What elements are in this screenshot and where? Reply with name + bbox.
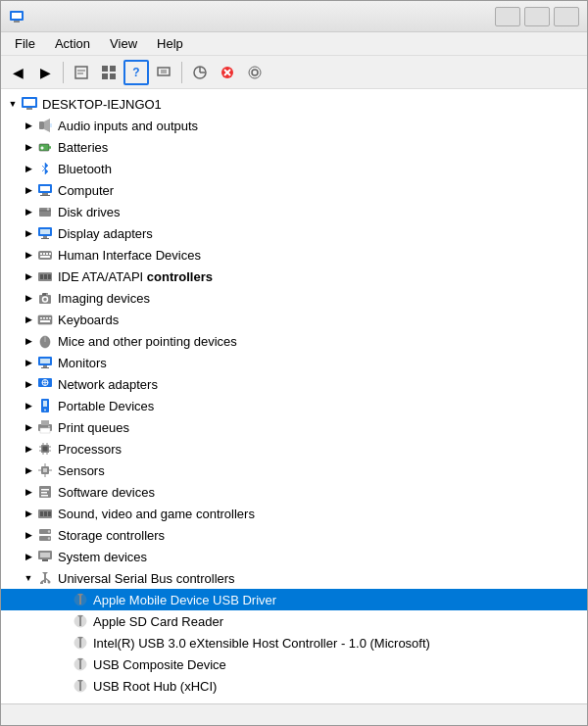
tree-item[interactable]: ▼ Universal Serial Bus controllers	[1, 567, 587, 589]
tree-item[interactable]: ▶ Bluetooth	[1, 158, 587, 179]
tree-item[interactable]: ▶ Sound, video and game controllers	[1, 503, 587, 524]
item-label: Keyboards	[58, 313, 119, 327]
node-icon	[36, 139, 54, 155]
expand-spacer	[56, 656, 72, 672]
tree-item[interactable]: ▶ Sensors	[1, 460, 587, 481]
svg-rect-57	[43, 317, 45, 319]
expand-icon[interactable]: ▶	[21, 484, 36, 500]
tree-item[interactable]: USB Root Hub (xHCI)	[1, 675, 587, 697]
help-button[interactable]: ?	[123, 60, 149, 85]
tree-item[interactable]: ▶ Mice and other pointing devices	[1, 330, 587, 352]
expand-icon[interactable]: ▶	[21, 204, 36, 219]
expand-icon[interactable]: ▶	[21, 161, 36, 176]
svg-rect-21	[24, 99, 35, 106]
properties-button[interactable]	[69, 60, 94, 85]
expand-spacer	[56, 613, 72, 629]
svg-rect-34	[39, 208, 51, 217]
tree-item[interactable]: ▶ Print queues	[1, 416, 587, 438]
menu-help[interactable]: Help	[147, 34, 193, 53]
tree-item[interactable]: ▶ Storage controllers	[1, 524, 587, 546]
view-button[interactable]	[96, 60, 122, 85]
svg-rect-46	[40, 256, 50, 258]
node-icon	[36, 118, 54, 133]
tree-item[interactable]: Apple Mobile Device USB Driver	[1, 589, 587, 610]
expand-icon[interactable]: ▶	[21, 419, 36, 435]
item-label: Portable Devices	[58, 399, 154, 413]
tree-item[interactable]: Apple SD Card Reader	[1, 610, 587, 632]
tree-item[interactable]: ▶ Disk drives	[1, 201, 587, 222]
node-icon	[36, 419, 54, 435]
tree-item[interactable]: ▶ Processors	[1, 438, 587, 460]
back-button[interactable]: ◀	[5, 60, 30, 85]
root-label: DESKTOP-IEJNGO1	[42, 97, 162, 112]
expand-icon[interactable]: ▶	[21, 506, 36, 521]
expand-icon[interactable]: ▶	[21, 376, 36, 392]
expand-icon[interactable]: ▶	[21, 247, 36, 263]
tree-item[interactable]: ▶ Keyboards	[1, 309, 587, 330]
tree-item[interactable]: ▶ Portable Devices	[1, 395, 587, 416]
node-icon	[36, 182, 54, 198]
menu-action[interactable]: Action	[45, 34, 100, 53]
svg-rect-48	[40, 274, 43, 279]
node-icon	[36, 268, 54, 284]
tree-item[interactable]: ▶ Imaging devices	[1, 287, 587, 309]
maximize-button[interactable]	[524, 7, 550, 26]
svg-point-113	[48, 581, 51, 584]
tree-item[interactable]: ▶ Display adapters	[1, 222, 587, 244]
expand-icon[interactable]: ▶	[21, 441, 36, 457]
menu-file[interactable]: File	[5, 34, 45, 53]
tree-item[interactable]: ▶ Network adapters	[1, 373, 587, 395]
expand-icon[interactable]: ▶	[21, 225, 36, 241]
item-label: Sound, video and game controllers	[58, 507, 255, 521]
node-icon	[72, 635, 89, 651]
svg-rect-98	[41, 495, 48, 497]
expand-icon[interactable]: ▶	[21, 182, 36, 198]
expand-icon[interactable]: ▶	[21, 527, 36, 543]
expand-spacer	[56, 635, 72, 651]
title-bar-icon	[9, 9, 24, 24]
tree-item[interactable]: ▶ Audio inputs and outputs	[1, 115, 587, 136]
scan-button[interactable]	[187, 60, 213, 85]
node-icon	[36, 333, 54, 349]
settings-button[interactable]	[242, 60, 268, 85]
expand-icon[interactable]: ▶	[21, 290, 36, 306]
update-driver-button[interactable]	[151, 60, 176, 85]
svg-point-106	[48, 537, 50, 539]
svg-rect-11	[161, 70, 167, 73]
tree-item[interactable]: ▶ Batteries	[1, 136, 587, 158]
tree-item[interactable]: ▶ Software devices	[1, 481, 587, 503]
expand-icon[interactable]: ▶	[21, 355, 36, 370]
tree-item[interactable]: ▶ Human Interface Devices	[1, 244, 587, 266]
expand-icon[interactable]: ▶	[21, 398, 36, 413]
expand-icon[interactable]: ▶	[21, 139, 36, 155]
tree-item[interactable]: ▶ Computer	[1, 179, 587, 201]
node-icon	[36, 376, 54, 392]
svg-point-19	[249, 67, 261, 78]
forward-button[interactable]: ▶	[32, 60, 58, 85]
expand-icon[interactable]: ▶	[21, 268, 36, 284]
svg-rect-58	[46, 317, 48, 319]
remove-button[interactable]	[215, 60, 240, 85]
item-label: USB Composite Device	[93, 657, 226, 672]
tree-item[interactable]: ▶ Monitors	[1, 352, 587, 373]
tree-item[interactable]: ▶ System devices	[1, 546, 587, 567]
close-button[interactable]	[554, 7, 579, 26]
tree-item[interactable]: ▶ IDE ATA/ATAPI controllers	[1, 266, 587, 287]
svg-rect-115	[40, 582, 43, 584]
expand-icon[interactable]: ▶	[21, 549, 36, 564]
svg-rect-55	[38, 315, 52, 324]
expand-icon[interactable]: ▶	[21, 312, 36, 327]
menu-view[interactable]: View	[100, 34, 147, 53]
svg-rect-80	[43, 447, 48, 452]
svg-rect-54	[46, 294, 48, 296]
svg-rect-9	[110, 73, 116, 79]
minimize-button[interactable]	[495, 7, 520, 26]
expand-icon[interactable]: ▶	[21, 118, 36, 133]
expand-icon[interactable]: ▼	[21, 570, 36, 586]
expand-icon[interactable]: ▶	[21, 333, 36, 349]
tree-item[interactable]: Intel(R) USB 3.0 eXtensible Host Control…	[1, 632, 587, 653]
tree-root[interactable]: ▼ DESKTOP-IEJNGO1	[1, 93, 587, 115]
expand-icon[interactable]: ▶	[21, 462, 36, 478]
node-icon	[36, 204, 54, 219]
tree-item[interactable]: USB Composite Device	[1, 653, 587, 675]
